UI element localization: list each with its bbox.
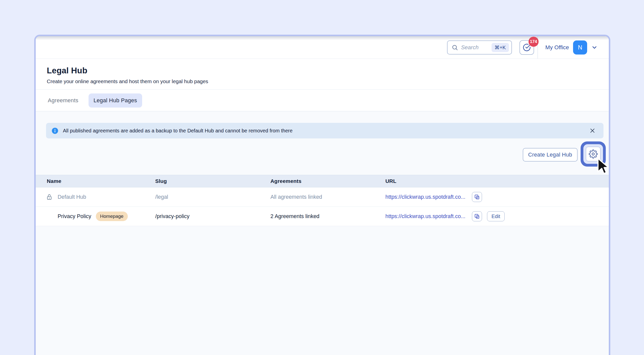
info-banner: All published agreements are added as a … <box>46 123 603 138</box>
notification-count-badge: 174 <box>529 37 539 47</box>
workspace-switcher[interactable]: My Office N <box>545 40 598 55</box>
hub-url-link[interactable]: https://clickwrap.us.spotdraft.co... <box>385 213 465 220</box>
homepage-badge: Homepage <box>96 212 128 221</box>
agreements-cell: All agreements linked <box>270 194 385 200</box>
chevron-down-icon <box>591 44 598 51</box>
avatar: N <box>573 40 587 55</box>
tab-legal-hub-pages[interactable]: Legal Hub Pages <box>89 93 142 108</box>
page-title: Legal Hub <box>47 66 598 75</box>
table-row[interactable]: Default Hub /legal All agreements linked… <box>36 187 609 207</box>
copy-url-button[interactable] <box>472 192 482 202</box>
url-cell: https://clickwrap.us.spotdraft.co... <box>385 192 609 202</box>
close-icon <box>589 128 595 134</box>
table-body: Default Hub /legal All agreements linked… <box>36 187 609 226</box>
table-row[interactable]: Privacy Policy Homepage /privacy-policy … <box>36 207 609 226</box>
edit-button[interactable]: Edit <box>487 211 505 221</box>
workspace-label: My Office <box>545 44 569 51</box>
column-header-name: Name <box>36 178 155 184</box>
topbar: Search ⌘+K 174 My Office N <box>36 36 609 59</box>
page-header: Legal Hub Create your online agreements … <box>36 59 609 90</box>
app-window: Search ⌘+K 174 My Office N <box>34 35 610 355</box>
hub-name: Default Hub <box>58 194 86 200</box>
name-cell: Privacy Policy Homepage <box>36 212 155 221</box>
column-header-url: URL <box>385 178 609 184</box>
search-placeholder: Search <box>461 44 492 51</box>
slug-cell: /legal <box>155 194 270 200</box>
content-area: All published agreements are added as a … <box>36 123 609 355</box>
name-cell: Default Hub <box>36 193 155 200</box>
table-header: Name Slug Agreements URL <box>36 175 609 187</box>
copy-icon <box>474 213 480 219</box>
hub-name: Privacy Policy <box>58 213 91 220</box>
lock-icon <box>46 193 53 200</box>
slug-cell: /privacy-policy <box>155 213 270 220</box>
column-header-agreements: Agreements <box>270 178 385 184</box>
notifications: 174 <box>519 40 534 55</box>
tab-bar: Agreements Legal Hub Pages <box>36 90 609 111</box>
create-legal-hub-button[interactable]: Create Legal Hub <box>523 148 578 162</box>
search-shortcut-chip: ⌘+K <box>492 43 509 52</box>
agreements-cell: 2 Agreements linked <box>270 213 385 220</box>
hub-url-link[interactable]: https://clickwrap.us.spotdraft.co... <box>385 194 465 200</box>
gear-icon <box>589 149 598 159</box>
copy-icon <box>474 194 480 200</box>
column-header-slug: Slug <box>155 178 270 184</box>
page-subtitle: Create your online agreements and host t… <box>47 78 598 84</box>
url-cell: https://clickwrap.us.spotdraft.co... Edi… <box>385 211 609 221</box>
banner-text: All published agreements are added as a … <box>63 128 293 134</box>
info-icon <box>52 127 58 134</box>
search-input[interactable]: Search ⌘+K <box>447 40 512 55</box>
page-background: Search ⌘+K 174 My Office N <box>0 0 644 355</box>
copy-url-button[interactable] <box>472 211 482 221</box>
settings-button[interactable] <box>586 147 600 161</box>
search-icon <box>452 44 458 51</box>
legal-hub-table: Name Slug Agreements URL Default Hub /le… <box>36 175 609 226</box>
actions-row: Create Legal Hub <box>36 148 609 162</box>
banner-close-button[interactable] <box>588 126 597 135</box>
settings-button-focus-ring <box>581 141 606 167</box>
tab-agreements[interactable]: Agreements <box>47 93 79 108</box>
